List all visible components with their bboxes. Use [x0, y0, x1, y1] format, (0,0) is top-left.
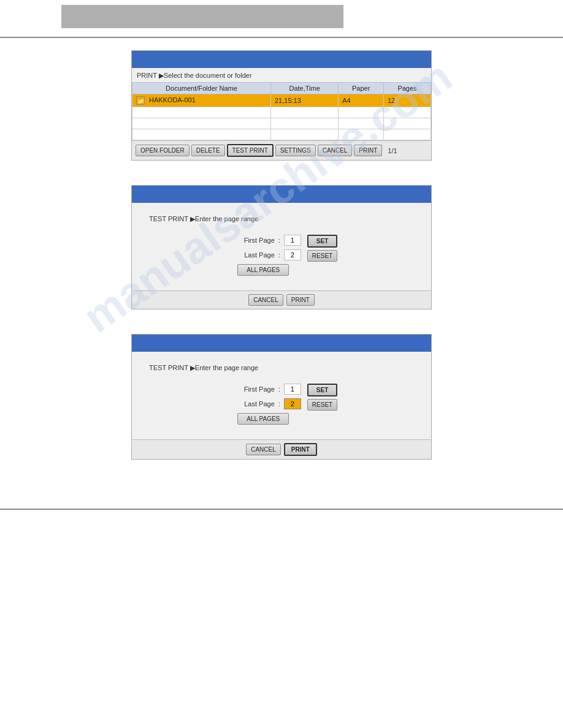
panel1-body: PRINT ▶Select the document or folder Doc… [132, 68, 431, 140]
panel1-header [132, 51, 431, 68]
open-folder-button[interactable]: OPEN FOLDER [136, 145, 190, 156]
fields-column-3: First Page : Last Page : ALL PAGES [226, 384, 301, 431]
row-pages-empty3 [384, 129, 431, 140]
panel2-header [132, 186, 431, 203]
delete-button[interactable]: DELETE [191, 145, 225, 156]
last-page-row: Last Page : [226, 249, 301, 260]
last-page-row-3: Last Page : [226, 398, 301, 409]
row-date-empty [270, 107, 338, 118]
panel2-button-bar: CANCEL PRINT [132, 290, 431, 309]
bottom-divider [0, 509, 563, 510]
colon3: : [278, 385, 280, 393]
row-name: 📁 HAKKODA-001 [132, 94, 271, 107]
last-page-label: Last Page [226, 251, 275, 259]
colon1: : [278, 237, 280, 244]
colon2: : [278, 251, 280, 259]
test-print-button[interactable]: TEST PRINT [227, 144, 274, 157]
cancel-button-p3[interactable]: CANCEL [246, 444, 281, 455]
panel-test-print-2: TEST PRINT ▶Enter the page range First P… [131, 334, 432, 460]
row-date: 21,15:13 [270, 94, 338, 107]
table-header-row: Document/Folder Name Date,Time Paper Pag… [132, 83, 431, 94]
fields-column: First Page : Last Page : ALL PAGES [226, 235, 301, 282]
panel2-instruction: TEST PRINT ▶Enter the page range [144, 211, 419, 226]
panel-document-select: PRINT ▶Select the document or folder Doc… [131, 50, 432, 161]
row-paper: A4 [339, 94, 384, 107]
row-name-empty3 [132, 129, 271, 140]
panel3-instruction: TEST PRINT ▶Enter the page range [144, 360, 419, 374]
set-button[interactable]: SET [307, 235, 337, 248]
first-page-row-3: First Page : [226, 384, 301, 395]
table-row[interactable] [132, 107, 431, 118]
row-pages-empty2 [384, 118, 431, 129]
reset-button[interactable]: RESET [307, 250, 337, 262]
reset-button-3[interactable]: RESET [307, 399, 337, 411]
last-page-input-3[interactable] [284, 398, 301, 409]
panel2-body: TEST PRINT ▶Enter the page range First P… [132, 203, 431, 290]
row-paper-empty2 [339, 118, 384, 129]
settings-button[interactable]: SETTINGS [275, 145, 316, 156]
row-name-empty [132, 107, 271, 118]
set-button-3[interactable]: SET [307, 384, 337, 396]
header-bar [61, 5, 343, 28]
first-page-label: First Page [226, 237, 275, 244]
row-pages: 12 [384, 94, 431, 107]
table-row[interactable]: 📁 HAKKODA-001 21,15:13 A4 12 [132, 94, 431, 107]
table-row[interactable] [132, 118, 431, 129]
document-table: Document/Folder Name Date,Time Paper Pag… [132, 82, 431, 140]
all-pages-button-3[interactable]: ALL PAGES [237, 413, 289, 425]
row-paper-empty3 [339, 129, 384, 140]
content-area: PRINT ▶Select the document or folder Doc… [0, 38, 563, 496]
col-header-pages: Pages [384, 83, 431, 94]
row-name-empty2 [132, 118, 271, 129]
first-page-label-3: First Page [226, 385, 275, 393]
panel3-body: TEST PRINT ▶Enter the page range First P… [132, 352, 431, 439]
cancel-button[interactable]: CANCEL [318, 145, 353, 156]
colon4: : [278, 400, 280, 408]
print-button-p3[interactable]: PRINT [284, 443, 317, 456]
panel-test-print-1: TEST PRINT ▶Enter the page range First P… [131, 185, 432, 309]
col-header-date: Date,Time [270, 83, 338, 94]
set-reset-buttons-3: SET RESET [307, 384, 337, 411]
first-page-input[interactable] [284, 235, 301, 246]
col-header-name: Document/Folder Name [132, 83, 271, 94]
allpages-row: ALL PAGES [226, 264, 301, 276]
panel3-header [132, 335, 431, 352]
row-date-empty2 [270, 118, 338, 129]
panel1-instruction: PRINT ▶Select the document or folder [132, 68, 431, 82]
print-button-p2[interactable]: PRINT [286, 294, 315, 306]
panel1-button-bar: OPEN FOLDER DELETE TEST PRINT SETTINGS C… [132, 140, 431, 160]
col-header-paper: Paper [339, 83, 384, 94]
row-date-empty3 [270, 129, 338, 140]
folder-icon: 📁 [136, 96, 145, 105]
page-indicator: 1/1 [388, 147, 397, 154]
all-pages-button[interactable]: ALL PAGES [237, 264, 289, 276]
first-page-row: First Page : [226, 235, 301, 246]
allpages-row-3: ALL PAGES [226, 413, 301, 425]
last-page-input[interactable] [284, 249, 301, 260]
first-page-input-3[interactable] [284, 384, 301, 395]
panel3-button-bar: CANCEL PRINT [132, 439, 431, 459]
cancel-button-p2[interactable]: CANCEL [248, 294, 283, 306]
table-row[interactable] [132, 129, 431, 140]
set-reset-buttons: SET RESET [307, 235, 337, 262]
row-pages-empty [384, 107, 431, 118]
print-button[interactable]: PRINT [354, 145, 382, 156]
last-page-label-3: Last Page [226, 400, 275, 408]
row-paper-empty [339, 107, 384, 118]
